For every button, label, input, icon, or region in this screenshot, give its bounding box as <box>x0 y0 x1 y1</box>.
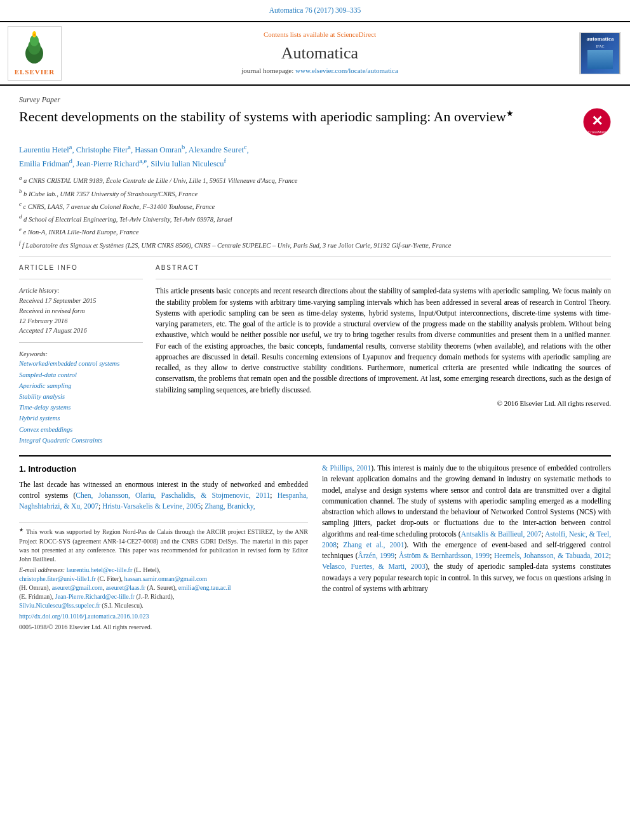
aff-c: c c CNRS, LAAS, 7 avenue du Colonel Roch… <box>19 200 611 211</box>
kw-5: Hybrid systems <box>19 413 143 423</box>
author-fridman[interactable]: Emilia Fridman <box>19 159 69 168</box>
ref-heemels2012[interactable]: Heemels, Johansson, & Tabuada, 2012 <box>494 552 609 559</box>
aff-a: a a CNRS CRISTAL UMR 9189, École Central… <box>19 174 611 185</box>
ref-velasco2003[interactable]: Velasco, Fuertes, & Marti, 2003 <box>322 563 426 570</box>
section1-title: 1. Introduction <box>19 463 308 476</box>
doi-line: Automatica 76 (2017) 309–335 <box>0 5 630 16</box>
aff-d: d d School of Electrical Engineering, Te… <box>19 213 611 224</box>
journal-header: Automatica 76 (2017) 309–335 ELSEVIER Co… <box>0 0 630 86</box>
ref-arzen1999[interactable]: Årzén, 1999 <box>358 552 395 559</box>
email-niculescu[interactable]: Silviu.Niculescu@lss.supelec.fr <box>19 602 100 609</box>
body-section-divider <box>19 455 611 457</box>
author-hetel[interactable]: Laurentiu Hetel <box>19 145 69 154</box>
intro-para2: & Phillips, 2001). This interest is main… <box>322 463 611 594</box>
aff-e: e e Non-A, INRIA Lille-Nord Europe, Fran… <box>19 225 611 237</box>
email-hetel[interactable]: laurentiu.hetel@ec-lille.fr <box>67 566 133 573</box>
copyright-line: © 2016 Elsevier Ltd. All rights reserved… <box>156 398 611 409</box>
body-col-left: 1. Introduction The last decade has witn… <box>19 463 308 634</box>
kw-1: Sampled-data control <box>19 370 143 380</box>
kw-6: Convex embeddings <box>19 425 143 434</box>
journal-cover-logo: automatica IFAC <box>578 32 622 74</box>
affiliations: a a CNRS CRISTAL UMR 9189, École Central… <box>19 174 611 250</box>
crossmark-icon: ✕ CrossMark <box>583 108 611 136</box>
email-seuret1[interactable]: aseuret@gmail.com <box>52 584 103 591</box>
elsevier-logo: ELSEVIER <box>8 26 62 81</box>
footnote-emails: E-mail addresses: laurentiu.hetel@ec-lil… <box>19 566 308 610</box>
article-history: Article history: Received 17 September 2… <box>19 286 143 336</box>
sciencedirect-line: Contents lists available at ScienceDirec… <box>68 30 572 40</box>
author-fiter[interactable]: Christophe Fiter <box>76 145 128 154</box>
divider-article-info <box>19 279 143 279</box>
abstract-header: ABSTRACT <box>156 263 611 273</box>
email-seuret2[interactable]: aseuret@laas.fr <box>106 584 145 591</box>
kw-0: Networked/embedded control systems <box>19 359 143 368</box>
ref-astrom1999[interactable]: Åström & Bernhardsson, 1999 <box>399 552 490 559</box>
kw-7: Integral Quadratic Constraints <box>19 436 143 445</box>
footnote-star: ★ This work was supported by Region Nord… <box>19 526 308 563</box>
ref-zhang2001[interactable]: Zhang et al., 2001 <box>343 541 404 549</box>
author-niculescu[interactable]: Silviu Iulian Niculescu <box>151 159 224 168</box>
divider-after-affiliations <box>19 257 611 257</box>
author-omran[interactable]: Hassan Omran <box>135 145 182 154</box>
sciencedirect-link[interactable]: ScienceDirect <box>337 30 376 38</box>
paper-title: Recent developments on the stability of … <box>19 108 583 126</box>
paper-title-area: Recent developments on the stability of … <box>19 108 611 136</box>
divider-keywords <box>19 342 143 343</box>
footnote-issn: 0005-1098/© 2016 Elsevier Ltd. All right… <box>19 623 308 632</box>
body-col-right: & Phillips, 2001). This interest is main… <box>322 463 611 634</box>
body-text-section: 1. Introduction The last decade has witn… <box>19 463 611 634</box>
homepage-line: journal homepage: www.elsevier.com/locat… <box>68 66 572 76</box>
journal-title-display: Automatica <box>68 41 572 65</box>
footnote-doi: http://dx.doi.org/10.1016/j.automatica.2… <box>19 612 308 621</box>
ref-phillips2001[interactable]: & Phillips, 2001 <box>322 464 371 472</box>
intro-para1: The last decade has witnessed an enormou… <box>19 479 308 512</box>
article-info-header: ARTICLE INFO <box>19 263 143 273</box>
ref-chen2011[interactable]: Chen, Johansson, Olariu, Paschalidis, & … <box>76 491 270 499</box>
article-info-col: ARTICLE INFO Article history: Received 1… <box>19 263 143 446</box>
paper-type-label: Survey Paper <box>19 95 611 105</box>
article-info-abstract-section: ARTICLE INFO Article history: Received 1… <box>19 263 611 446</box>
ref-zhang-branicky[interactable]: Zhang, Branicky, <box>204 502 255 510</box>
aff-b: b b ICube lab., UMR 7357 University of S… <box>19 187 611 199</box>
title-star: ★ <box>506 109 514 118</box>
keywords-section: Keywords: Networked/embedded control sys… <box>19 349 143 445</box>
main-content: Survey Paper Recent developments on the … <box>0 86 630 643</box>
automatica-cover-image: automatica IFAC <box>580 32 620 74</box>
author-richard[interactable]: Jean-Pierre Richard <box>76 159 139 168</box>
kw-3: Stability analysis <box>19 392 143 401</box>
email-fiter[interactable]: christophe.fiter@univ-lille1.fr <box>19 575 96 582</box>
email-richard[interactable]: Jean-Pierre.Richard@ec-lille.fr <box>55 593 135 600</box>
abstract-text: This article presents basic concepts and… <box>156 286 611 408</box>
authors-line: Laurentiu Hetela, Christophe Fitera, Has… <box>19 142 611 170</box>
kw-4: Time-delay systems <box>19 403 143 412</box>
journal-center-info: Contents lists available at ScienceDirec… <box>68 30 572 77</box>
footnote-area: ★ This work was supported by Region Nord… <box>19 522 308 631</box>
homepage-url[interactable]: www.elsevier.com/locate/automatica <box>295 67 398 74</box>
doi-link[interactable]: http://dx.doi.org/10.1016/j.automatica.2… <box>19 613 149 620</box>
ref-antsaklis2007[interactable]: Antsaklis & Baillieul, 2007 <box>461 530 542 538</box>
kw-2: Aperiodic sampling <box>19 381 143 390</box>
abstract-col: ABSTRACT This article presents basic con… <box>156 263 611 446</box>
aff-f: f f Laboratoire des Signaux et Systèmes … <box>19 239 611 250</box>
svg-text:✕: ✕ <box>591 113 603 129</box>
svg-text:CrossMark: CrossMark <box>587 130 607 134</box>
divider-abstract <box>156 279 611 279</box>
email-fridman[interactable]: emilia@eng.tau.ac.il <box>178 584 231 591</box>
email-omran[interactable]: hassan.samir.omran@gmail.com <box>124 575 208 582</box>
ref-hristu2005[interactable]: Hristu-Varsakelis & Levine, 2005 <box>102 502 201 510</box>
author-seuret[interactable]: Alexandre Seuret <box>189 145 244 154</box>
elsevier-wordmark: ELSEVIER <box>15 67 55 77</box>
